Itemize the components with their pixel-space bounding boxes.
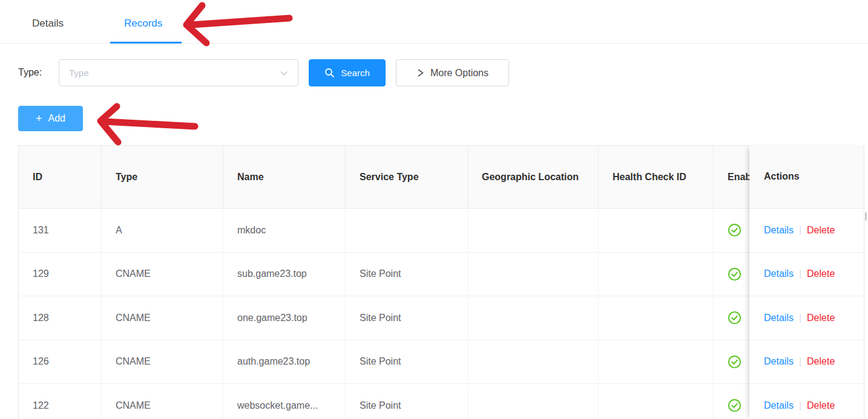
cell-health-check-id: [599, 253, 714, 296]
enabled-check-icon: [728, 398, 741, 412]
actions-fixed-column: Actions Details | Delete Details | Delet…: [749, 145, 864, 419]
details-link[interactable]: Details: [764, 225, 794, 236]
actions-row: Details | Delete: [749, 296, 864, 340]
cell-type: CNAME: [102, 384, 223, 419]
type-filter-label: Type:: [18, 67, 42, 78]
enabled-check-icon: [728, 223, 741, 237]
col-header-name: Name: [223, 146, 346, 208]
cell-name: auth.game23.top: [223, 340, 346, 384]
add-button[interactable]: + Add: [18, 106, 83, 131]
cell-service-type: Site Point: [346, 340, 468, 384]
search-icon: [324, 68, 335, 78]
delete-link[interactable]: Delete: [807, 400, 835, 411]
action-separator: |: [799, 356, 801, 367]
enabled-check-icon: [728, 355, 741, 369]
col-header-service-type: Service Type: [346, 146, 468, 208]
tab-details[interactable]: Details: [32, 18, 64, 30]
action-separator: |: [799, 313, 801, 323]
cell-name: sub.game23.top: [223, 253, 346, 296]
details-link[interactable]: Details: [764, 268, 794, 279]
cell-service-type: Site Point: [346, 296, 468, 340]
more-options-label: More Options: [430, 68, 488, 79]
scrollbar-thumb[interactable]: [865, 212, 867, 221]
col-header-type: Type: [102, 146, 223, 208]
col-header-geographic-location: Geographic Location: [468, 146, 599, 208]
cell-geographic-location: [468, 384, 599, 419]
cell-geographic-location: [468, 253, 599, 296]
cell-health-check-id: [599, 384, 714, 419]
actions-row: Details | Delete: [749, 253, 864, 297]
cell-name: one.game23.top: [223, 296, 346, 340]
cell-geographic-location: [468, 296, 599, 340]
cell-health-check-id: [599, 340, 714, 384]
cell-service-type: Site Point: [346, 253, 468, 296]
cell-service-type: Site Point: [346, 384, 468, 419]
delete-link[interactable]: Delete: [807, 356, 835, 367]
cell-geographic-location: [468, 340, 599, 384]
action-separator: |: [799, 400, 801, 411]
search-button-label: Search: [341, 68, 370, 78]
table-row: 129 CNAME sub.game23.top Site Point: [19, 253, 864, 297]
details-link[interactable]: Details: [764, 356, 794, 367]
table-row: 128 CNAME one.game23.top Site Point: [19, 296, 864, 340]
actions-row: Details | Delete: [749, 340, 864, 385]
type-select[interactable]: Type: [59, 59, 298, 86]
cell-type: CNAME: [102, 253, 223, 296]
table-row: 122 CNAME websocket.game... Site Point: [19, 384, 864, 419]
cell-health-check-id: [599, 296, 714, 340]
cell-geographic-location: [468, 209, 599, 252]
cell-health-check-id: [599, 209, 714, 252]
cell-name: mkdoc: [223, 209, 346, 252]
action-separator: |: [799, 268, 801, 279]
actions-body: Details | Delete Details | Delete Detail…: [749, 209, 864, 419]
records-table: ID Type Name Service Type Geographic Loc…: [18, 145, 864, 419]
cell-type: CNAME: [102, 340, 223, 384]
type-select-placeholder: Type: [69, 68, 280, 78]
col-header-id: ID: [19, 146, 102, 208]
search-button[interactable]: Search: [309, 59, 386, 86]
chevron-down-icon: [280, 69, 288, 77]
details-link[interactable]: Details: [764, 313, 794, 323]
plus-icon: +: [36, 113, 42, 124]
enabled-check-icon: [728, 267, 741, 281]
cell-id: 131: [19, 209, 102, 252]
table-body: 131 A mkdoc 129 CNAME sub.game23.top Sit…: [19, 209, 864, 419]
table-row: 131 A mkdoc: [19, 209, 864, 253]
chevron-right-icon: [416, 68, 424, 77]
records-page: Details Records Type: Type Search More O…: [0, 0, 868, 419]
cell-id: 128: [19, 296, 102, 340]
actions-row: Details | Delete: [749, 209, 864, 253]
more-options-button[interactable]: More Options: [396, 59, 509, 86]
cell-type: CNAME: [102, 296, 223, 340]
active-tab-indicator: [110, 42, 182, 44]
tab-bar: Details Records: [0, 0, 868, 44]
cell-name: websocket.game...: [223, 384, 346, 419]
cell-type: A: [102, 209, 223, 252]
enabled-check-icon: [728, 311, 741, 325]
actions-row: Details | Delete: [749, 384, 864, 419]
cell-id: 126: [19, 340, 102, 384]
delete-link[interactable]: Delete: [807, 225, 835, 236]
tab-records[interactable]: Records: [124, 18, 162, 30]
delete-link[interactable]: Delete: [807, 268, 835, 279]
arrow-pointing-at-add-button: [100, 106, 195, 142]
cell-id: 129: [19, 253, 102, 296]
cell-service-type: [346, 209, 468, 252]
cell-id: 122: [19, 384, 102, 419]
col-header-actions: Actions: [749, 145, 864, 209]
add-button-label: Add: [48, 113, 65, 124]
table-header: ID Type Name Service Type Geographic Loc…: [19, 146, 864, 209]
table-row: 126 CNAME auth.game23.top Site Point: [19, 340, 864, 385]
details-link[interactable]: Details: [764, 400, 794, 411]
action-separator: |: [799, 225, 801, 236]
delete-link[interactable]: Delete: [807, 313, 835, 323]
col-header-health-check-id: Health Check ID: [599, 146, 714, 208]
